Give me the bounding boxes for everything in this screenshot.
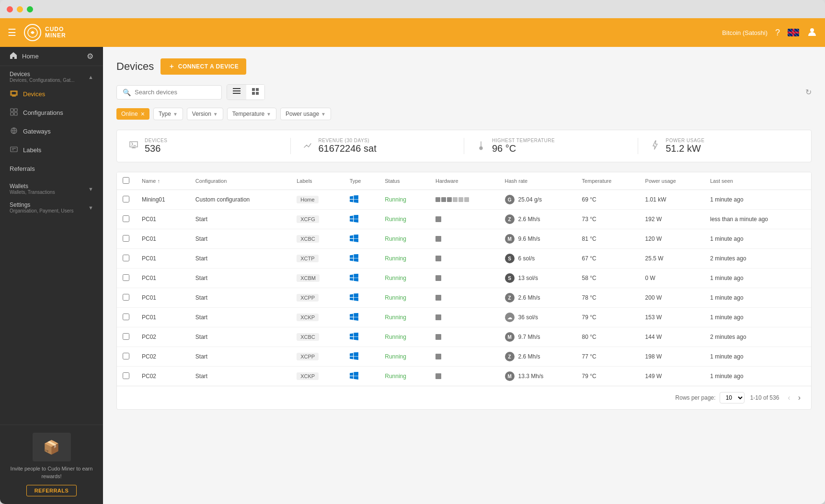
connect-device-button[interactable]: ＋ CONNECT A DEVICE bbox=[160, 58, 246, 75]
table-row: Mining01 Custom configuration Home Runni… bbox=[117, 190, 811, 210]
col-name[interactable]: Name ↑ bbox=[136, 172, 190, 190]
stat-temperature: HIGHEST TEMPERATURE 96 °C bbox=[464, 138, 626, 154]
row-hardware bbox=[430, 269, 499, 288]
rows-per-page-select[interactable]: 10 25 50 bbox=[720, 392, 745, 403]
row-name: PC01 bbox=[136, 249, 190, 269]
temperature-filter[interactable]: Temperature ▼ bbox=[227, 108, 276, 120]
table-header-row: Name ↑ Configuration Labels Type Status … bbox=[117, 172, 811, 190]
maximize-dot[interactable] bbox=[27, 6, 33, 12]
stat-revenue: REVENUE (30 DAYS) 61672246 sat bbox=[290, 138, 453, 154]
row-temperature: 77 °C bbox=[576, 347, 640, 367]
logo: CUDOMINER bbox=[24, 24, 66, 41]
referrals-button[interactable]: REFERRALS bbox=[26, 485, 77, 496]
row-name: PC02 bbox=[136, 367, 190, 386]
sidebar-item-referrals[interactable]: Referrals bbox=[0, 159, 103, 178]
version-filter[interactable]: Version ▼ bbox=[187, 108, 223, 120]
row-temperature: 58 °C bbox=[576, 269, 640, 288]
configurations-icon bbox=[10, 108, 18, 117]
row-hardware bbox=[430, 308, 499, 327]
table-row: PC01 Start XCFG Running Z 2.6 Mh/s 73 °C… bbox=[117, 210, 811, 229]
select-all-checkbox[interactable] bbox=[123, 177, 129, 184]
power-stat-icon bbox=[650, 140, 660, 153]
row-checkbox-cell bbox=[117, 327, 136, 347]
row-power: 144 W bbox=[640, 327, 705, 347]
row-checkbox[interactable] bbox=[123, 215, 129, 222]
row-power: 153 W bbox=[640, 308, 705, 327]
status-badge: Running bbox=[385, 235, 406, 242]
hamburger-icon[interactable]: ☰ bbox=[8, 27, 16, 38]
status-badge: Running bbox=[385, 353, 406, 360]
sidebar-item-configurations[interactable]: Configurations bbox=[0, 103, 103, 122]
language-flag[interactable] bbox=[788, 29, 799, 36]
row-status: Running bbox=[379, 308, 430, 327]
referral-cta-text: Invite people to Cudo Miner to earn rewa… bbox=[8, 465, 95, 480]
titlebar bbox=[0, 0, 825, 18]
windows-icon bbox=[350, 372, 358, 380]
sidebar-devices-group[interactable]: Devices Devices, Configurations, Gat... … bbox=[0, 66, 103, 85]
online-filter-chip[interactable]: Online × bbox=[116, 108, 149, 120]
row-checkbox[interactable] bbox=[123, 235, 129, 242]
row-checkbox[interactable] bbox=[123, 274, 129, 281]
settings-icon[interactable]: ⚙ bbox=[87, 52, 93, 61]
grid-view-button[interactable] bbox=[246, 85, 264, 100]
row-temperature: 80 °C bbox=[576, 327, 640, 347]
table-row: PC01 Start XCBM Running S 13 sol/s 58 °C… bbox=[117, 269, 811, 288]
row-checkbox[interactable] bbox=[123, 333, 129, 340]
power-filter[interactable]: Power usage ▼ bbox=[280, 108, 331, 120]
online-chip-remove-icon[interactable]: × bbox=[141, 110, 145, 118]
sidebar-item-gateways[interactable]: Gateways bbox=[0, 122, 103, 141]
hash-icon: Z bbox=[505, 214, 515, 224]
power-filter-arrow-icon: ▼ bbox=[321, 112, 326, 117]
row-status: Running bbox=[379, 327, 430, 347]
svg-rect-10 bbox=[233, 88, 241, 89]
list-view-button[interactable] bbox=[227, 85, 246, 100]
app-window: ☰ CUDOMINER Bitcoin (Satoshi) ? bbox=[0, 0, 825, 504]
row-checkbox[interactable] bbox=[123, 196, 129, 202]
row-temperature: 67 °C bbox=[576, 249, 640, 269]
row-checkbox-cell bbox=[117, 190, 136, 210]
row-label: XCPP bbox=[291, 288, 344, 308]
svg-rect-16 bbox=[256, 92, 259, 95]
row-type bbox=[344, 367, 379, 386]
row-checkbox[interactable] bbox=[123, 294, 129, 301]
row-hardware bbox=[430, 347, 499, 367]
svg-point-1 bbox=[810, 28, 814, 32]
sidebar-item-home[interactable]: Home bbox=[10, 52, 87, 61]
prev-page-button[interactable]: ‹ bbox=[785, 392, 793, 403]
version-filter-arrow-icon: ▼ bbox=[213, 112, 218, 117]
sidebar-settings-sub: Organisation, Payment, Users bbox=[10, 208, 73, 213]
row-checkbox[interactable] bbox=[123, 372, 129, 379]
sidebar-group-devices-sub: Devices, Configurations, Gat... bbox=[10, 78, 75, 83]
sidebar-wallets-group[interactable]: Wallets Wallets, Transactions ▼ bbox=[0, 178, 103, 197]
minimize-dot[interactable] bbox=[17, 6, 23, 12]
row-checkbox[interactable] bbox=[123, 353, 129, 359]
hash-icon: M bbox=[505, 234, 515, 244]
content-area: Devices ＋ CONNECT A DEVICE 🔍 bbox=[103, 47, 825, 504]
row-configuration: Start bbox=[190, 367, 291, 386]
next-page-button[interactable]: › bbox=[795, 392, 803, 403]
main-layout: Home ⚙ Devices Devices, Configurations, … bbox=[0, 47, 825, 504]
row-checkbox-cell bbox=[117, 367, 136, 386]
row-name: PC01 bbox=[136, 269, 190, 288]
row-lastseen: less than a minute ago bbox=[704, 210, 811, 229]
row-configuration: Start bbox=[190, 347, 291, 367]
user-icon[interactable] bbox=[807, 26, 817, 39]
sidebar-settings-group[interactable]: Settings Organisation, Payment, Users ▼ bbox=[0, 197, 103, 215]
hash-icon: G bbox=[505, 195, 515, 204]
type-filter[interactable]: Type ▼ bbox=[153, 108, 183, 120]
help-icon[interactable]: ? bbox=[775, 28, 780, 38]
refresh-button[interactable]: ↻ bbox=[805, 88, 812, 97]
row-checkbox[interactable] bbox=[123, 255, 129, 261]
sidebar-item-labels[interactable]: Labels bbox=[0, 141, 103, 159]
row-checkbox-cell bbox=[117, 269, 136, 288]
sidebar-item-devices[interactable]: Devices bbox=[0, 85, 103, 103]
row-temperature: 81 °C bbox=[576, 229, 640, 249]
search-input[interactable] bbox=[135, 89, 216, 96]
row-checkbox[interactable] bbox=[123, 314, 129, 320]
name-sort-control[interactable]: Name ↑ bbox=[142, 178, 184, 184]
page-header: Devices ＋ CONNECT A DEVICE bbox=[116, 58, 812, 75]
row-lastseen: 1 minute ago bbox=[704, 367, 811, 386]
currency-label[interactable]: Bitcoin (Satoshi) bbox=[722, 29, 768, 36]
row-hashrate: M 9.7 Mh/s bbox=[499, 327, 576, 347]
close-dot[interactable] bbox=[7, 6, 13, 12]
